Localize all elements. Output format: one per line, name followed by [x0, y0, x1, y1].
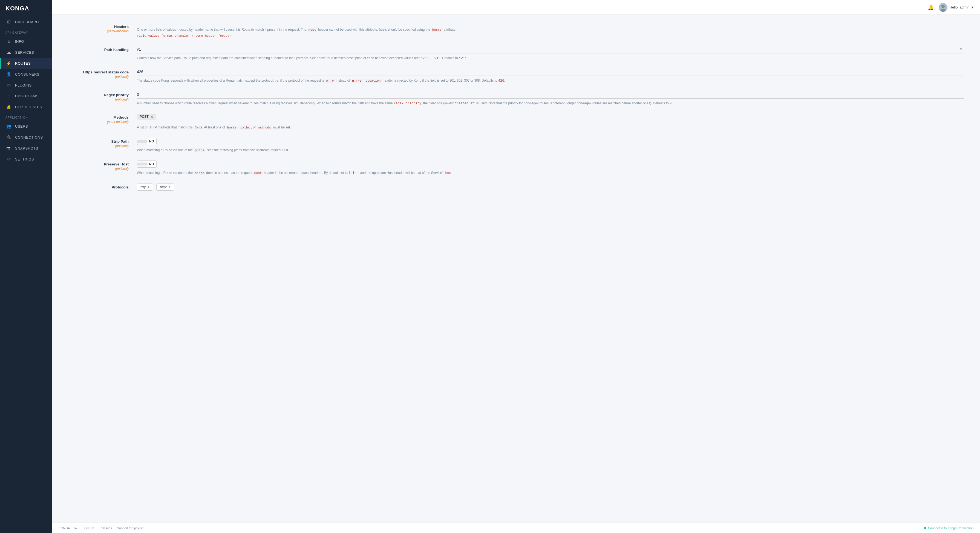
headers-sublabel: (semi-optional) — [68, 29, 129, 33]
sidebar-item-label: SETTINGS — [15, 157, 34, 161]
routes-icon: ⚡ — [6, 61, 12, 66]
app-logo: KONGA — [0, 0, 52, 16]
notification-bell-icon[interactable]: 🔔 — [928, 5, 934, 10]
protocol-http-button[interactable]: http ▾ — [137, 184, 153, 191]
protocols-field-col: http ▾ https ▾ — [137, 184, 964, 191]
hosts-code-methods: hosts — [226, 125, 238, 129]
preserve-host-toggle[interactable]: NO — [137, 161, 157, 168]
sidebar-item-upstreams[interactable]: ↕ UPSTREAMS — [0, 91, 52, 101]
sidebar-item-label: CONSUMERS — [15, 72, 40, 77]
consumers-icon: 👤 — [6, 72, 12, 77]
sidebar-item-label: USERS — [15, 124, 28, 128]
https-code: HTTPS — [351, 78, 363, 83]
topbar: 🔔 Hello, admin ▾ — [52, 0, 980, 15]
protocols-label: Protocols — [68, 185, 129, 189]
strip-path-label: Strip Path — [68, 139, 129, 144]
methods-sublabel: (semi-optional) — [68, 120, 129, 124]
sidebar-item-plugins[interactable]: ⚙ PLUGINS — [0, 80, 52, 91]
connection-status-dot — [924, 527, 926, 529]
path-handling-label: Path handling — [68, 48, 129, 52]
method-tag-label: POST — [140, 115, 149, 119]
headers-field-col: One or more lists of values indexed by h… — [137, 23, 964, 38]
sidebar-item-services[interactable]: ☁ SERVICES — [0, 47, 52, 58]
paths-code-strip: paths — [194, 148, 205, 152]
strip-path-description: When matching a Route via one of the pat… — [137, 148, 964, 153]
preserve-host-description: When matching a Route via one of the hos… — [137, 170, 964, 176]
dashboard-icon: ⊞ — [6, 19, 12, 24]
protocols-buttons: http ▾ https ▾ — [137, 184, 964, 191]
headers-label-col: Headers (semi-optional) — [68, 23, 129, 33]
methods-label: Methods — [68, 115, 129, 120]
https-redirect-row: Https redirect status code (optional) Th… — [68, 69, 964, 83]
protocol-https-label: https — [160, 185, 167, 189]
sidebar-item-label: ROUTES — [15, 61, 31, 65]
protocol-https-arrow: ▾ — [169, 185, 170, 189]
path-handling-select-wrapper: v1 v0 ▾ — [137, 46, 964, 53]
sidebar-item-consumers[interactable]: 👤 CONSUMERS — [0, 69, 52, 80]
statusbar: KONGA 0.14.9 GitHub ⚐ Issues Support the… — [52, 523, 980, 533]
regex-priority-input[interactable] — [137, 91, 964, 99]
statusbar-left: KONGA 0.14.9 GitHub ⚐ Issues Support the… — [59, 526, 143, 530]
methods-field-col: POST ✕ A list of HTTP methods that match… — [137, 114, 964, 130]
protocol-http-label: http — [140, 185, 146, 189]
support-link[interactable]: Support the project — [117, 527, 143, 530]
sidebar-item-certificates[interactable]: 🔒 CERTIFICATES — [0, 101, 52, 112]
regex-priority-label: Regex priority — [68, 93, 129, 97]
sidebar-item-snapshots[interactable]: 📷 SNAPSHOTS — [0, 143, 52, 154]
strip-path-toggle-no[interactable]: NO — [147, 138, 156, 145]
preserve-host-toggle-no[interactable]: NO — [147, 161, 156, 168]
host-code-preserve: Host — [253, 171, 263, 175]
sidebar-item-connections[interactable]: 🔌 CONNECTIONS — [0, 132, 52, 143]
preserve-host-field-col: NO When matching a Route via one of the … — [137, 161, 964, 176]
github-link[interactable]: GitHub — [84, 527, 94, 530]
methods-label-col: Methods (semi-optional) — [68, 114, 129, 124]
path-handling-row: Path handling v1 v0 ▾ Controls how the S… — [68, 46, 964, 61]
protocol-http-arrow: ▾ — [148, 185, 150, 189]
preserve-host-sublabel: (optional) — [68, 167, 129, 171]
sidebar-item-users[interactable]: 👥 USERS — [0, 121, 52, 132]
preserve-host-row: Preserve Host (optional) NO When matchin… — [68, 161, 964, 176]
svg-point-1 — [942, 5, 945, 8]
strip-path-toggle[interactable]: NO — [137, 138, 157, 145]
sidebar-item-info[interactable]: ℹ INFO — [0, 36, 52, 47]
strip-path-row: Strip Path (optional) NO When matching a… — [68, 138, 964, 153]
sidebar-section-api-gateway: API GATEWAY — [0, 27, 52, 36]
headers-label: Headers — [68, 25, 129, 29]
sidebar-item-label: CONNECTIONS — [15, 135, 43, 139]
protocol-https-button[interactable]: https ▾ — [156, 184, 174, 191]
https-redirect-description: The status code Kong responds with when … — [137, 78, 964, 83]
statusbar-right: Connected to Konga Connection — [924, 527, 974, 530]
sidebar-item-label: PLUGINS — [15, 83, 32, 87]
location-code: Location — [364, 78, 382, 83]
user-dropdown-arrow: ▾ — [972, 5, 974, 9]
headers-divider — [137, 24, 964, 24]
http-code: HTTP — [325, 78, 335, 83]
app-version: KONGA 0.14.9 — [59, 527, 80, 530]
sidebar: KONGA ⊞ DASHBOARD API GATEWAY ℹ INFO ☁ S… — [0, 0, 52, 533]
regex-priority-label-col: Regex priority (optional) — [68, 91, 129, 101]
sidebar-item-label: INFO — [15, 40, 24, 43]
sidebar-item-dashboard[interactable]: ⊞ DASHBOARD — [0, 16, 52, 27]
issues-link[interactable]: ⚐ Issues — [99, 526, 112, 530]
methods-row: Methods (semi-optional) POST ✕ A list of… — [68, 114, 964, 130]
services-icon: ☁ — [6, 50, 12, 55]
sidebar-item-routes[interactable]: ⚡ ROUTES — [0, 58, 52, 69]
strip-path-field-col: NO When matching a Route via one of the … — [137, 138, 964, 153]
protocols-label-col: Protocols — [68, 184, 129, 189]
https-redirect-input[interactable] — [137, 69, 964, 76]
path-default-code: "v1" — [459, 56, 467, 60]
regex-priority-description: A number used to choose which route reso… — [137, 101, 964, 106]
preserve-host-toggle-off[interactable] — [137, 163, 147, 166]
method-tag-post: POST ✕ — [137, 114, 156, 120]
path-handling-label-col: Path handling — [68, 46, 129, 52]
path-handling-select[interactable]: v1 v0 — [137, 46, 964, 53]
connections-icon: 🔌 — [6, 135, 12, 140]
methods-description: A list of HTTP methods that match this R… — [137, 125, 964, 130]
sidebar-item-settings[interactable]: ⚙ SETTINGS — [0, 154, 52, 164]
method-tag-remove-icon[interactable]: ✕ — [150, 115, 153, 119]
regex-default-code: 0 — [670, 102, 671, 105]
user-menu[interactable]: Hello, admin ▾ — [939, 3, 974, 12]
info-icon: ℹ — [6, 39, 12, 44]
strip-path-toggle-off[interactable] — [137, 140, 147, 143]
host2-code: host — [445, 171, 453, 175]
